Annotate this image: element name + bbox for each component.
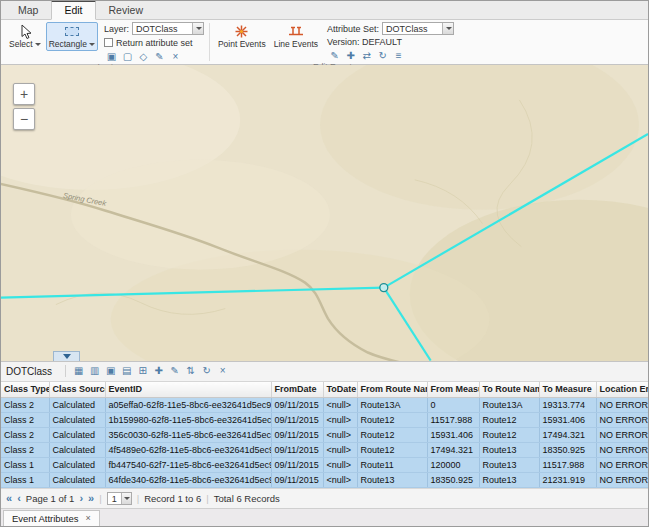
select-features-icon[interactable]: ▣ — [104, 50, 119, 64]
dropdown-arrow-icon[interactable] — [442, 23, 453, 34]
table-row[interactable]: Class 2Calculated1b159980-62f8-11e5-8bc6… — [1, 413, 648, 428]
table-cell: 09/11/2015 — [271, 428, 323, 443]
column-header[interactable]: ToDate — [323, 382, 357, 398]
table-cell: NO ERROR — [596, 458, 648, 473]
show-selected-records-icon[interactable]: ▥ — [87, 364, 102, 378]
dropdown-arrow-icon[interactable] — [192, 23, 203, 34]
page-number-input[interactable]: 1 — [107, 492, 132, 505]
chevron-down-icon — [63, 354, 71, 359]
bottom-tab-bar: Event Attributes × — [1, 508, 648, 526]
table-cell: NO ERROR — [596, 428, 648, 443]
table-cell: 09/11/2015 — [271, 443, 323, 458]
event-options-icon[interactable]: ≡ — [391, 49, 406, 63]
event-attributes-tab-label: Event Attributes — [12, 513, 79, 524]
panel-collapse-handle[interactable] — [53, 351, 80, 361]
table-cell: Calculated — [49, 428, 105, 443]
clear-table-selection-icon[interactable]: × — [215, 364, 230, 378]
table-cell: Route12 — [357, 443, 427, 458]
highlight-selected-icon[interactable]: ▣ — [103, 364, 118, 378]
dropdown-arrow-icon[interactable] — [121, 493, 131, 504]
column-header[interactable]: Class Source — [49, 382, 105, 398]
table-row[interactable]: Class 1Calculated64fde340-62f8-11e5-8bc6… — [1, 473, 648, 488]
selection-icons-strip: ▣▢◇✎× — [104, 50, 204, 63]
point-events-icon — [234, 24, 249, 39]
column-header[interactable]: EventID — [105, 382, 271, 398]
selection-group: Select Rectangle Layer: DOTClass — [1, 20, 209, 64]
table-cell: fb447540-62f7-11e5-8bc6-ee32641d5ec9 — [105, 458, 271, 473]
edit-selection-icon[interactable]: ✎ — [152, 50, 167, 64]
refresh-table-icon[interactable]: ↻ — [199, 364, 214, 378]
table-cell: <null> — [323, 428, 357, 443]
map-canvas[interactable]: Spring Creek + − — [1, 65, 648, 361]
column-header[interactable]: Class Type — [1, 382, 49, 398]
table-cell: Calculated — [49, 443, 105, 458]
table-cell: Class 2 — [1, 428, 49, 443]
close-icon[interactable]: × — [86, 514, 91, 523]
edit-event-icon[interactable]: ✎ — [327, 49, 342, 63]
layer-select[interactable]: DOTClass — [132, 22, 204, 35]
next-page-button[interactable]: › — [79, 493, 83, 504]
table-cell: NO ERROR — [596, 443, 648, 458]
table-cell: Route13 — [479, 458, 539, 473]
column-header[interactable]: To Route Name — [479, 382, 539, 398]
swap-measures-icon[interactable]: ⇄ — [359, 49, 374, 63]
return-attribute-set-label: Return attribute set — [116, 38, 193, 48]
point-events-button[interactable]: Point Events — [215, 22, 269, 51]
table-cell: Calculated — [49, 413, 105, 428]
table-cell: Route12 — [479, 413, 539, 428]
return-attribute-set-checkbox[interactable] — [104, 38, 113, 47]
table-cell: Route12 — [357, 413, 427, 428]
select-button[interactable]: Select — [6, 22, 44, 51]
table-cell: NO ERROR — [596, 473, 648, 488]
table-toolbar-icons: ▦▥▣▤⊞✚✎⇅↻× — [71, 364, 230, 378]
clear-selection-icon[interactable]: ▢ — [120, 50, 135, 64]
recalculate-icon[interactable]: ↻ — [375, 49, 390, 63]
table-cell: Route13A — [357, 398, 427, 413]
layer-select-value: DOTClass — [133, 24, 181, 34]
rectangle-tool-icon — [65, 24, 79, 39]
column-header[interactable]: FromDate — [271, 382, 323, 398]
sort-records-icon[interactable]: ⇅ — [183, 364, 198, 378]
event-attributes-tab[interactable]: Event Attributes × — [3, 510, 100, 526]
column-header[interactable]: To Measure — [539, 382, 596, 398]
export-table-icon[interactable]: ▤ — [119, 364, 134, 378]
table-row[interactable]: Class 1Calculatedfb447540-62f7-11e5-8bc6… — [1, 458, 648, 473]
tab-review[interactable]: Review — [97, 2, 155, 19]
route-junction-vertex — [380, 284, 388, 292]
table-cell: Route12 — [479, 428, 539, 443]
zoom-in-button[interactable]: + — [13, 83, 35, 105]
add-event-icon[interactable]: ✚ — [343, 49, 358, 63]
add-record-icon[interactable]: ✚ — [151, 364, 166, 378]
table-cell: 1b159980-62f8-11e5-8bc6-ee32641d5ec9 — [105, 413, 271, 428]
table-row[interactable]: Class 2Calculateda05effa0-62f8-11e5-8bc6… — [1, 398, 648, 413]
table-row[interactable]: Class 2Calculated4f5489e0-62f8-11e5-8bc6… — [1, 443, 648, 458]
cancel-selection-icon[interactable]: × — [168, 50, 183, 64]
edit-events-icons-strip: ✎✚⇄↻≡ — [327, 49, 454, 62]
column-header[interactable]: From Measure — [427, 382, 479, 398]
edit-record-icon[interactable]: ✎ — [167, 364, 182, 378]
select-by-shape-icon[interactable]: ◇ — [136, 50, 151, 64]
line-events-icon — [288, 24, 304, 39]
line-events-button[interactable]: Line Events — [271, 22, 321, 51]
table-cell: a05effa0-62f8-11e5-8bc6-ee32641d5ec9 — [105, 398, 271, 413]
basemap-graphics: Spring Creek — [1, 65, 648, 361]
rectangle-button[interactable]: Rectangle — [46, 22, 98, 51]
tab-map[interactable]: Map — [6, 2, 50, 19]
open-table-icon[interactable]: ⊞ — [135, 364, 150, 378]
select-button-label: Select — [9, 40, 41, 49]
zoom-out-button[interactable]: − — [13, 108, 35, 130]
first-page-button[interactable]: « — [6, 493, 12, 504]
tab-edit[interactable]: Edit — [51, 0, 95, 20]
point-events-label: Point Events — [218, 40, 266, 49]
table-cell: <null> — [323, 413, 357, 428]
column-header[interactable]: From Route Name — [357, 382, 427, 398]
last-page-button[interactable]: » — [88, 493, 94, 504]
previous-page-button[interactable]: ‹ — [17, 493, 21, 504]
table-cell: 21231.919 — [539, 473, 596, 488]
attribute-set-select[interactable]: DOTClass — [382, 22, 454, 35]
attribute-table-icon[interactable]: ▦ — [71, 364, 86, 378]
column-header[interactable]: Location Error — [596, 382, 648, 398]
attribute-set-value: DOTClass — [383, 24, 431, 34]
table-row[interactable]: Class 2Calculated356c0030-62f8-11e5-8bc6… — [1, 428, 648, 443]
table-cell: <null> — [323, 458, 357, 473]
